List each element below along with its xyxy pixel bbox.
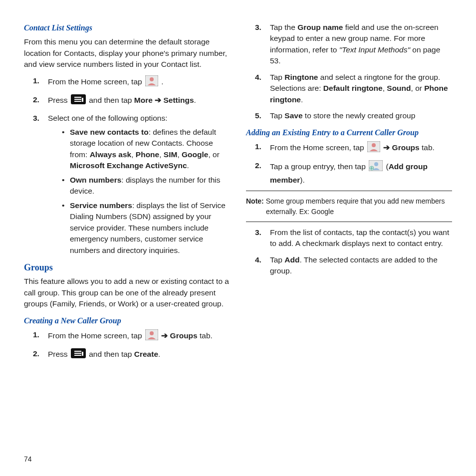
- steps-create-group: 1. From the Home screen, tap ➔ Groups ta…: [33, 329, 230, 362]
- heading-groups: Groups: [24, 261, 230, 274]
- c2-create: Create: [134, 350, 158, 359]
- create-step-5: 5. Tap Save to store the newly created g…: [255, 110, 452, 121]
- opt1-o5: Microsoft Exchange ActiveSync: [70, 161, 187, 170]
- a1-groups: Groups: [392, 143, 420, 152]
- options-list: Save new contacts to: defines the defaul…: [62, 127, 230, 256]
- heading-create-group: Creating a New Caller Group: [24, 315, 230, 326]
- separator: [246, 191, 452, 191]
- note-label: Note:: [246, 197, 264, 205]
- option-save-new: Save new contacts to: defines the defaul…: [62, 127, 230, 172]
- opt3-title: Service numbers: [70, 201, 132, 210]
- svg-rect-4: [74, 99, 81, 100]
- svg-rect-10: [74, 351, 81, 352]
- a3-text: From the list of contacts, tap the conta…: [270, 228, 449, 247]
- create-step-4: 4. Tap Ringtone and select a ringtone fo…: [255, 72, 452, 105]
- step-3: 3. Select one of the following options: …: [33, 113, 230, 256]
- contacts-icon: [145, 329, 158, 343]
- c1-a: From the Home screen, tap: [48, 331, 144, 340]
- steps-create-group-cont: 3. Tap the Group name field and use the …: [255, 22, 452, 122]
- c2-a: Press: [48, 350, 70, 359]
- option-service-numbers: Service numbers: displays the list of Se…: [62, 200, 230, 256]
- add-step-3: 3. From the list of contacts, tap the co…: [255, 227, 452, 249]
- opt1-or: , or: [208, 150, 219, 159]
- step-2-c: .: [194, 96, 196, 104]
- groups-intro: This feature allows you to add a new or …: [24, 276, 230, 309]
- heading-contact-list-settings: Contact List Settings: [24, 22, 230, 33]
- arrow-icon: ➔: [161, 331, 170, 340]
- a2-a: Tap a group entryy, then tap: [270, 163, 368, 171]
- svg-rect-6: [82, 98, 83, 102]
- c2-c: .: [158, 350, 160, 359]
- separator: [246, 222, 452, 222]
- intro-text: From this menu you can determine the def…: [24, 36, 230, 70]
- step-1-b: .: [161, 77, 163, 86]
- step-2-a: Press: [48, 96, 70, 104]
- opt1-o4: Google: [182, 150, 208, 159]
- opt1-o3: SIM: [164, 150, 178, 159]
- r3-ref: "Text Input Methods": [339, 45, 410, 54]
- arrow-icon: ➔: [155, 96, 163, 104]
- svg-rect-5: [74, 101, 81, 102]
- a1-a: From the Home screen, tap: [270, 143, 366, 152]
- steps-add-existing: 1. From the Home screen, tap ➔ Groups ta…: [255, 141, 452, 186]
- step-3-text: Select one of the following options:: [48, 114, 168, 122]
- r4-c: .: [301, 95, 303, 104]
- opt1-title: Save new contacts to: [70, 128, 149, 136]
- r4-a: Tap: [270, 73, 284, 81]
- create-step-1: 1. From the Home screen, tap ➔ Groups ta…: [33, 329, 230, 343]
- columns: Contact List Settings From this menu you…: [24, 20, 452, 367]
- c1-groups: Groups: [170, 331, 198, 340]
- add-member-icon: [369, 160, 383, 174]
- svg-point-15: [372, 143, 376, 147]
- add-step-1: 1. From the Home screen, tap ➔ Groups ta…: [255, 141, 452, 155]
- steps-contact-list: 1. From the Home screen, tap . 2. Press …: [33, 75, 230, 256]
- a1-b: tab.: [422, 143, 435, 152]
- steps-add-existing-cont: 3. From the list of contacts, tap the co…: [255, 227, 452, 277]
- a2-c: ).: [300, 176, 304, 184]
- page: Contact List Settings From this menu you…: [0, 0, 476, 476]
- c1-b: tab.: [200, 331, 213, 340]
- note-body: Some group members require that you add …: [264, 197, 445, 215]
- opt1-o1: Always ask: [90, 150, 132, 159]
- a4-a: Tap: [270, 255, 284, 264]
- step-1-a: From the Home screen, tap: [48, 77, 144, 86]
- note-text: Note: Some group members require that yo…: [246, 196, 452, 217]
- add-step-2: 2. Tap a group entryy, then tap (Add gro…: [255, 160, 452, 186]
- add-step-4: 4. Tap Add. The selected contacts are ad…: [255, 254, 452, 277]
- step-2-b: and then tap: [89, 96, 134, 104]
- c2-b: and then tap: [89, 350, 134, 359]
- r5-save: Save: [284, 111, 302, 120]
- r5-a: Tap: [270, 111, 284, 120]
- r4-o2: Sound: [387, 84, 411, 92]
- step-1: 1. From the Home screen, tap .: [33, 75, 230, 89]
- step-2-settings: Settings: [163, 96, 194, 104]
- menu-key-icon: [71, 94, 86, 107]
- r4-rt: Ringtone: [284, 73, 318, 81]
- option-own-numbers: Own numbers: displays the number for thi…: [62, 175, 230, 197]
- create-step-2: 2. Press and then tap Create.: [33, 348, 230, 361]
- svg-rect-11: [74, 353, 81, 354]
- opt1-o2: Phone: [136, 150, 159, 159]
- svg-point-8: [150, 331, 154, 335]
- heading-add-existing: Adding an Existing Entry to a Current Ca…: [246, 127, 452, 138]
- a4-add: Add: [284, 255, 299, 264]
- svg-point-17: [374, 162, 378, 166]
- arrow-icon: ➔: [383, 143, 392, 152]
- opt1-end: .: [187, 161, 189, 170]
- left-column: Contact List Settings From this menu you…: [24, 20, 230, 367]
- svg-point-1: [150, 77, 154, 81]
- step-2-more: More: [134, 96, 153, 104]
- contacts-icon: [145, 75, 158, 89]
- r3-gn: Group name: [297, 23, 343, 31]
- r5-b: to store the newly created group: [303, 111, 416, 120]
- r3-a: Tap the: [270, 23, 297, 31]
- r4-or: , or: [411, 84, 425, 92]
- svg-rect-3: [74, 97, 81, 98]
- svg-rect-13: [82, 352, 83, 356]
- step-2: 2. Press and then tap More ➔ Settings.: [33, 94, 230, 107]
- right-column: 3. Tap the Group name field and use the …: [246, 20, 452, 367]
- menu-key-icon: [71, 348, 86, 361]
- page-number: 74: [24, 455, 32, 463]
- contacts-icon: [367, 141, 380, 155]
- svg-rect-12: [74, 355, 81, 356]
